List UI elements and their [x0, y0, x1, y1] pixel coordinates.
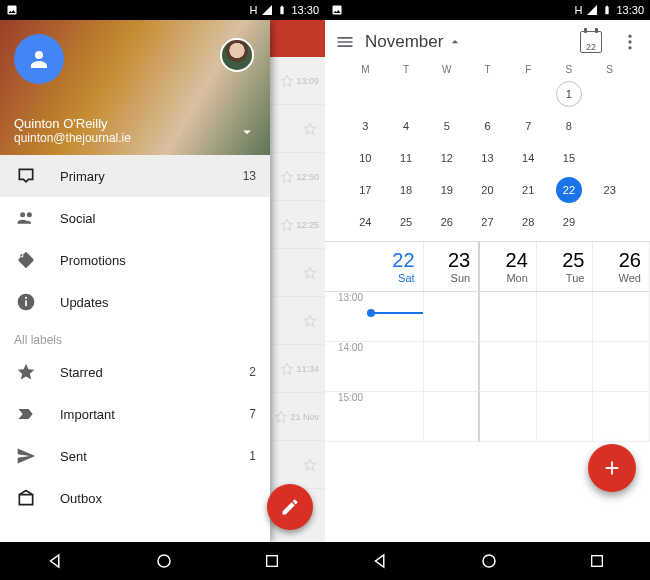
outbox-icon	[14, 486, 38, 510]
avatar-secondary[interactable]	[220, 38, 254, 72]
svg-point-6	[628, 40, 631, 43]
day-cell[interactable]: 18	[393, 177, 419, 203]
time-slot[interactable]	[424, 342, 481, 392]
day-cell[interactable]: 4	[393, 113, 419, 139]
week-day-header[interactable]: 23Sun	[424, 242, 481, 292]
sent-icon	[14, 444, 38, 468]
drawer-item-primary[interactable]: Primary13	[0, 155, 270, 197]
back-button[interactable]	[46, 552, 64, 570]
signal-icon	[586, 4, 598, 16]
time-slot[interactable]	[424, 292, 481, 342]
day-cell[interactable]: 11	[393, 145, 419, 171]
drawer-header[interactable]: Quinton O'Reilly quinton@thejournal.ie	[0, 20, 270, 155]
day-cell[interactable]: 19	[434, 177, 460, 203]
clock: 13:30	[616, 4, 644, 16]
drawer-item-count: 13	[243, 169, 256, 183]
day-cell[interactable]: 8	[556, 113, 582, 139]
drawer-item-starred[interactable]: Starred2	[0, 351, 270, 393]
time-slot[interactable]	[480, 392, 537, 442]
battery-icon	[277, 3, 287, 17]
drawer-item-label: Promotions	[60, 253, 256, 268]
time-slot[interactable]	[480, 292, 537, 342]
svg-rect-9	[591, 556, 602, 567]
day-cell[interactable]: 24	[352, 209, 378, 235]
time-slot[interactable]	[593, 342, 650, 392]
hour-label: 14:00	[325, 342, 367, 392]
day-cell[interactable]: 7	[515, 113, 541, 139]
day-cell[interactable]: 6	[474, 113, 500, 139]
time-slot[interactable]	[537, 392, 594, 442]
week-day-header[interactable]: 22Sat	[367, 242, 424, 292]
hour-label: 15:00	[325, 392, 367, 442]
event-marker[interactable]	[367, 312, 423, 314]
recents-button[interactable]	[589, 553, 605, 569]
drawer-item-promotions[interactable]: Promotions	[0, 239, 270, 281]
avatar-primary[interactable]	[14, 34, 64, 84]
chevron-up-icon	[447, 34, 463, 50]
today-button[interactable]: 22	[580, 31, 602, 53]
day-cell[interactable]: 22	[556, 177, 582, 203]
important-icon	[14, 402, 38, 426]
day-cell[interactable]: 14	[515, 145, 541, 171]
chevron-down-icon	[238, 123, 256, 141]
drawer-item-label: Social	[60, 211, 256, 226]
overflow-icon[interactable]	[620, 32, 640, 52]
day-cell[interactable]: 3	[352, 113, 378, 139]
time-slot[interactable]	[424, 392, 481, 442]
time-slot[interactable]	[537, 292, 594, 342]
day-cell[interactable]: 28	[515, 209, 541, 235]
drawer-item-count: 1	[249, 449, 256, 463]
home-button[interactable]	[480, 552, 498, 570]
drawer-item-social[interactable]: Social	[0, 197, 270, 239]
time-slot[interactable]	[593, 292, 650, 342]
day-cell[interactable]: 21	[515, 177, 541, 203]
time-slot[interactable]	[480, 342, 537, 392]
day-cell[interactable]: 5	[434, 113, 460, 139]
drawer-item-label: Updates	[60, 295, 256, 310]
drawer-item-label: Starred	[60, 365, 249, 380]
image-icon	[331, 4, 343, 16]
time-slot[interactable]	[593, 392, 650, 442]
hour-label: 13:00	[325, 292, 367, 342]
image-icon	[6, 4, 18, 16]
network-indicator: H	[250, 4, 258, 16]
recents-button[interactable]	[264, 553, 280, 569]
time-slot[interactable]	[367, 342, 424, 392]
day-cell[interactable]: 10	[352, 145, 378, 171]
week-day-header[interactable]: 24Mon	[480, 242, 537, 292]
account-name: Quinton O'Reilly	[14, 116, 260, 131]
drawer-item-updates[interactable]: Updates	[0, 281, 270, 323]
day-cell[interactable]: 20	[474, 177, 500, 203]
account-switcher[interactable]: Quinton O'Reilly quinton@thejournal.ie	[14, 116, 260, 145]
star-icon	[14, 360, 38, 384]
time-slot[interactable]	[367, 392, 424, 442]
add-event-fab[interactable]	[588, 444, 636, 492]
drawer-item-sent[interactable]: Sent1	[0, 435, 270, 477]
month-picker[interactable]: November	[365, 32, 463, 52]
drawer-item-important[interactable]: Important7	[0, 393, 270, 435]
back-button[interactable]	[371, 552, 389, 570]
week-day-header[interactable]: 25Tue	[537, 242, 594, 292]
signal-icon	[261, 4, 273, 16]
day-cell[interactable]: 29	[556, 209, 582, 235]
day-cell[interactable]: 15	[556, 145, 582, 171]
week-day-header[interactable]: 26Wed	[593, 242, 650, 292]
menu-icon[interactable]	[335, 32, 355, 52]
drawer-item-outbox[interactable]: Outbox	[0, 477, 270, 519]
day-cell[interactable]: 25	[393, 209, 419, 235]
day-cell[interactable]: 1	[556, 81, 582, 107]
plus-icon	[601, 457, 623, 479]
inbox-background: 13:09 12:50 12:25 11:34 21 Nov	[270, 20, 325, 542]
day-cell[interactable]: 27	[474, 209, 500, 235]
day-cell[interactable]: 26	[434, 209, 460, 235]
home-button[interactable]	[155, 552, 173, 570]
time-slot[interactable]	[537, 342, 594, 392]
day-cell[interactable]: 23	[597, 177, 623, 203]
day-cell[interactable]: 17	[352, 177, 378, 203]
day-cell[interactable]: 13	[474, 145, 500, 171]
status-bar: H 13:30	[0, 0, 325, 20]
compose-fab[interactable]	[267, 484, 313, 530]
day-cell[interactable]: 12	[434, 145, 460, 171]
time-slot[interactable]	[367, 292, 424, 342]
updates-icon	[14, 290, 38, 314]
